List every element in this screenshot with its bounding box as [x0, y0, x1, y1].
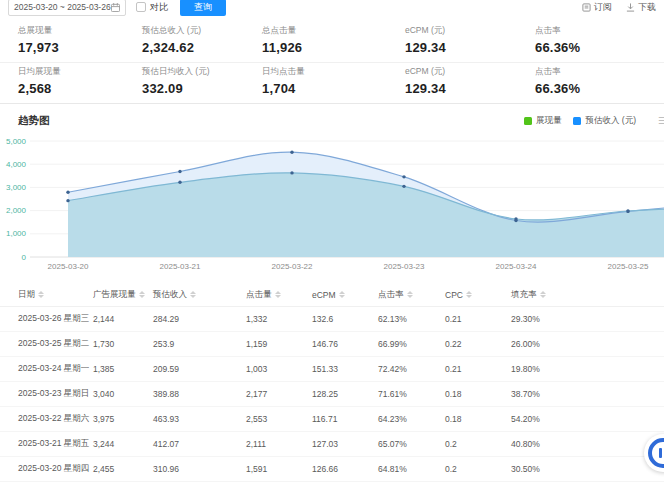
table-cell: 2025-03-25 星期二 — [18, 338, 93, 350]
stat-value: 11,926 — [262, 40, 405, 55]
sort-carets-icon[interactable] — [339, 291, 345, 298]
stat-label: 总展现量 — [18, 25, 142, 37]
table-cell: 209.59 — [153, 364, 246, 374]
table-cell: 29.30% — [511, 314, 664, 324]
sort-carets-icon[interactable] — [275, 291, 281, 298]
stat-label: 点击率 — [535, 66, 655, 78]
sort-carets-icon[interactable] — [38, 291, 44, 298]
trend-chart: 01,0002,0003,0004,0005,0002025-03-202025… — [0, 131, 664, 277]
table-cell: 62.13% — [378, 314, 445, 324]
table-row: 2025-03-24 星期一1,385209.591,003151.3372.4… — [0, 357, 664, 382]
table-header-CPC[interactable]: CPC — [445, 290, 511, 300]
data-point — [402, 175, 405, 178]
table-cell: 65.07% — [378, 439, 445, 449]
ad-stats-dashboard: 2025-03-20 ~ 2025-03-26 对比 查询 订阅 — [0, 0, 664, 493]
stat-card: 日均点击量1,704 — [262, 66, 405, 96]
sort-carets-icon[interactable] — [540, 291, 546, 298]
table-cell: 1,385 — [93, 364, 153, 374]
table-cell: 71.61% — [378, 389, 445, 399]
table-header-点击率[interactable]: 点击率 — [378, 289, 445, 301]
legend-item[interactable]: 预估收入 (元) — [573, 115, 636, 127]
table-cell: 2,177 — [246, 389, 312, 399]
x-tick-label: 2025-03-25 — [608, 262, 649, 271]
subscribe-button[interactable]: 订阅 — [582, 1, 612, 14]
table-cell: 132.6 — [312, 314, 378, 324]
stat-card: 总点击量11,926 — [262, 25, 405, 55]
trend-title: 趋势图 — [18, 114, 50, 128]
table-cell: 72.42% — [378, 364, 445, 374]
stat-value: 129.34 — [405, 81, 535, 96]
toolbar: 2025-03-20 ~ 2025-03-26 对比 查询 订阅 — [0, 0, 664, 16]
x-tick-label: 2025-03-23 — [384, 262, 425, 271]
stat-label: eCPM (元) — [405, 25, 535, 37]
table-header-日期[interactable]: 日期 — [18, 289, 93, 301]
data-point — [290, 151, 293, 154]
table-header-点击量[interactable]: 点击量 — [246, 289, 312, 301]
y-tick-label: 0 — [22, 253, 27, 262]
header-label: 点击率 — [378, 289, 404, 301]
table-header-广告展现量[interactable]: 广告展现量 — [93, 289, 153, 301]
query-button[interactable]: 查询 — [180, 0, 226, 16]
table-cell: 38.70% — [511, 389, 664, 399]
date-range-value: 2025-03-20 ~ 2025-03-26 — [14, 2, 111, 12]
stat-value: 2,568 — [18, 81, 142, 96]
data-point — [626, 209, 629, 212]
data-point — [514, 217, 517, 220]
y-tick-label: 3,000 — [6, 183, 27, 192]
menu-icon[interactable]: ☰ — [658, 115, 664, 126]
table-row: 2025-03-23 星期日3,040389.882,177128.2571.6… — [0, 382, 664, 407]
table-cell: 284.29 — [153, 314, 246, 324]
table-header-eCPM[interactable]: eCPM — [312, 290, 378, 300]
sort-carets-icon[interactable] — [139, 291, 145, 298]
stat-value: 1,704 — [262, 81, 405, 96]
pause-badge-icon — [648, 438, 664, 468]
x-tick-label: 2025-03-20 — [48, 262, 89, 271]
stat-card: eCPM (元)129.34 — [405, 66, 535, 96]
stat-card: 预估总收入 (元)2,324.62 — [142, 25, 262, 55]
table-row: 2025-03-26 星期三2,144284.291,332132.662.13… — [0, 307, 664, 332]
table-cell: 0.22 — [445, 339, 511, 349]
stat-row: 总展现量17,973预估总收入 (元)2,324.62总点击量11,926eCP… — [0, 22, 664, 63]
data-point — [178, 181, 181, 184]
calendar-icon[interactable] — [111, 3, 120, 12]
table-cell: 0.2 — [445, 439, 511, 449]
table-cell: 1,159 — [246, 339, 312, 349]
table-cell: 116.71 — [312, 414, 378, 424]
stat-value: 66.36% — [535, 81, 655, 96]
y-tick-label: 1,000 — [6, 229, 27, 238]
legend-item[interactable]: 展现量 — [524, 115, 562, 127]
table-cell: 2025-03-20 星期四 — [18, 463, 93, 475]
compare-checkbox-wrap: 对比 — [136, 1, 168, 14]
toolbar-right: 订阅 下载 — [582, 1, 656, 14]
table-cell: 19.80% — [511, 364, 664, 374]
stat-label: 点击率 — [535, 25, 655, 37]
header-label: 点击量 — [246, 289, 272, 301]
compare-checkbox[interactable] — [136, 2, 146, 12]
subscribe-label: 订阅 — [594, 1, 612, 14]
sort-carets-icon[interactable] — [466, 291, 472, 298]
table-header-row: 日期广告展现量预估收入点击量eCPM点击率CPC填充率 — [0, 283, 664, 307]
stat-value: 17,973 — [18, 40, 142, 55]
stat-label: eCPM (元) — [405, 66, 535, 78]
table-cell: 253.9 — [153, 339, 246, 349]
table-cell: 2025-03-23 星期日 — [18, 388, 93, 400]
download-button[interactable]: 下载 — [626, 1, 656, 14]
data-point — [178, 170, 181, 173]
data-point — [402, 185, 405, 188]
sort-carets-icon[interactable] — [190, 291, 196, 298]
table-cell: 30.50% — [511, 464, 664, 474]
sort-carets-icon[interactable] — [407, 291, 413, 298]
table-cell: 0.18 — [445, 389, 511, 399]
table-cell: 1,332 — [246, 314, 312, 324]
chart-legend: 展现量预估收入 (元) — [524, 115, 646, 127]
stat-card: eCPM (元)129.34 — [405, 25, 535, 55]
header-label: 填充率 — [511, 289, 537, 301]
legend-label: 预估收入 (元) — [585, 115, 636, 127]
table-header-填充率[interactable]: 填充率 — [511, 289, 664, 301]
table-cell: 0.18 — [445, 414, 511, 424]
stat-card: 预估日均收入 (元)332.09 — [142, 66, 262, 96]
table-header-预估收入[interactable]: 预估收入 — [153, 289, 246, 301]
date-range-input[interactable]: 2025-03-20 ~ 2025-03-26 — [8, 0, 126, 16]
table-cell: 2025-03-22 星期六 — [18, 413, 93, 425]
trend-header: 趋势图 展现量预估收入 (元) ☰ — [0, 113, 664, 129]
